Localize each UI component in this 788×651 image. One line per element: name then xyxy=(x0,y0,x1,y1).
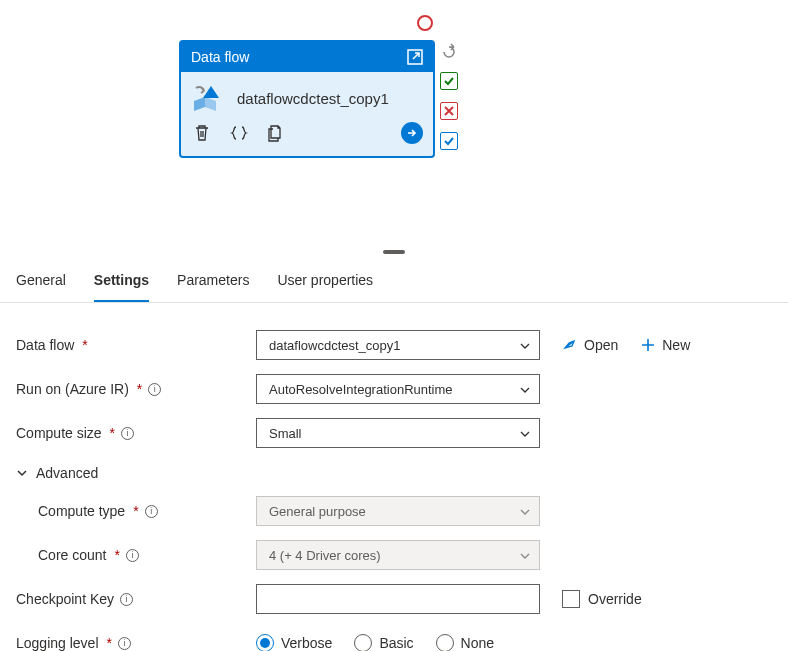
advanced-label: Advanced xyxy=(36,465,98,481)
checkpoint-input[interactable] xyxy=(256,584,540,614)
run-on-value: AutoResolveIntegrationRuntime xyxy=(269,382,453,397)
delete-icon[interactable] xyxy=(193,124,211,142)
info-icon[interactable]: i xyxy=(145,505,158,518)
open-button[interactable]: Open xyxy=(562,337,618,353)
compute-type-select: General purpose xyxy=(256,496,540,526)
settings-form: Data flow * dataflowcdctest_copy1 Open N… xyxy=(0,303,788,651)
run-arrow-button[interactable] xyxy=(401,122,423,144)
chevron-down-icon xyxy=(519,384,531,396)
required-marker: * xyxy=(114,547,119,563)
logging-radio-basic[interactable]: Basic xyxy=(354,634,413,651)
expand-icon[interactable] xyxy=(407,49,423,65)
success-handle[interactable] xyxy=(440,72,458,90)
activity-card-body: dataflowcdctest_copy1 xyxy=(181,72,433,156)
core-count-value: 4 (+ 4 Driver cores) xyxy=(269,548,381,563)
activity-card-header: Data flow xyxy=(181,42,433,72)
data-flow-select[interactable]: dataflowcdctest_copy1 xyxy=(256,330,540,360)
chevron-down-icon xyxy=(519,506,531,518)
tab-user-properties[interactable]: User properties xyxy=(277,262,373,302)
info-icon[interactable]: i xyxy=(121,427,134,440)
chevron-down-icon xyxy=(519,428,531,440)
checkpoint-label: Checkpoint Key xyxy=(16,591,114,607)
chevron-down-icon xyxy=(519,340,531,352)
properties-tabs: General Settings Parameters User propert… xyxy=(0,262,788,303)
required-marker: * xyxy=(107,635,112,651)
open-label: Open xyxy=(584,337,618,353)
required-marker: * xyxy=(110,425,115,441)
dataflow-activity-card[interactable]: Data flow dataflowcdctest_copy1 xyxy=(179,40,435,158)
tab-parameters[interactable]: Parameters xyxy=(177,262,249,302)
advanced-expander[interactable]: Advanced xyxy=(16,465,772,481)
radio-icon xyxy=(436,634,454,651)
compute-type-label: Compute type xyxy=(38,503,125,519)
data-flow-value: dataflowcdctest_copy1 xyxy=(269,338,401,353)
chevron-down-icon xyxy=(16,467,28,479)
run-on-label: Run on (Azure IR) xyxy=(16,381,129,397)
run-on-select[interactable]: AutoResolveIntegrationRuntime xyxy=(256,374,540,404)
activity-name: dataflowcdctest_copy1 xyxy=(237,89,389,109)
override-checkbox[interactable] xyxy=(562,590,580,608)
pipeline-canvas: Data flow dataflowcdctest_copy1 xyxy=(0,0,788,250)
dataflow-icon xyxy=(191,82,225,116)
annotation-circle xyxy=(417,15,433,31)
data-flow-label: Data flow xyxy=(16,337,74,353)
compute-size-label: Compute size xyxy=(16,425,102,441)
activity-status-handles xyxy=(440,42,458,150)
info-icon[interactable]: i xyxy=(148,383,161,396)
copy-icon[interactable] xyxy=(267,124,285,142)
activity-type-label: Data flow xyxy=(191,49,249,65)
failure-handle[interactable] xyxy=(440,102,458,120)
tab-settings[interactable]: Settings xyxy=(94,262,149,302)
panel-resize-handle[interactable] xyxy=(383,250,405,254)
required-marker: * xyxy=(137,381,142,397)
required-marker: * xyxy=(133,503,138,519)
compute-size-value: Small xyxy=(269,426,302,441)
required-marker: * xyxy=(82,337,87,353)
compute-size-select[interactable]: Small xyxy=(256,418,540,448)
core-count-label: Core count xyxy=(38,547,106,563)
info-icon[interactable]: i xyxy=(126,549,139,562)
new-label: New xyxy=(662,337,690,353)
logging-radio-verbose[interactable]: Verbose xyxy=(256,634,332,651)
logging-radio-group: Verbose Basic None xyxy=(256,634,494,651)
override-label: Override xyxy=(588,591,642,607)
radio-label: Verbose xyxy=(281,635,332,651)
radio-label: Basic xyxy=(379,635,413,651)
logging-label: Logging level xyxy=(16,635,99,651)
radio-icon xyxy=(256,634,274,651)
new-button[interactable]: New xyxy=(640,337,690,353)
completion-handle[interactable] xyxy=(440,132,458,150)
logging-radio-none[interactable]: None xyxy=(436,634,494,651)
redo-icon[interactable] xyxy=(440,42,458,60)
chevron-down-icon xyxy=(519,550,531,562)
radio-icon xyxy=(354,634,372,651)
core-count-select: 4 (+ 4 Driver cores) xyxy=(256,540,540,570)
info-icon[interactable]: i xyxy=(118,637,131,650)
code-icon[interactable] xyxy=(229,124,249,142)
radio-label: None xyxy=(461,635,494,651)
tab-general[interactable]: General xyxy=(16,262,66,302)
compute-type-value: General purpose xyxy=(269,504,366,519)
info-icon[interactable]: i xyxy=(120,593,133,606)
